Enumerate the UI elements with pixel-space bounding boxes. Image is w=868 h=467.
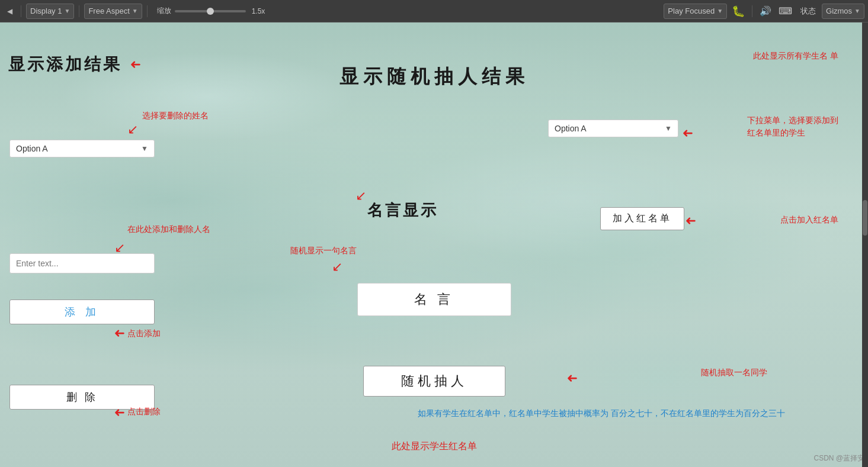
zoom-slider[interactable] bbox=[175, 10, 246, 12]
random-draw-button[interactable]: 随机抽人 bbox=[363, 366, 505, 397]
add-red-list-button[interactable]: 加入红名单 bbox=[600, 207, 684, 230]
toolbar-right: Play Focused ▼ 🐛 🔊 ⌨ 状态 Gizmos ▼ bbox=[664, 4, 864, 19]
zoom-slider-thumb[interactable] bbox=[207, 8, 214, 15]
red-list-dropdown-chevron: ▼ bbox=[665, 124, 672, 133]
show-red-list-label: 此处显示学生红名单 bbox=[392, 440, 477, 453]
display-dropdown[interactable]: Display 1 ▼ bbox=[26, 4, 74, 19]
red-list-dropdown-annotation: 下拉菜单，选择要添加到红名单里的学生 bbox=[747, 114, 838, 139]
toolbar-separator-4 bbox=[752, 5, 752, 17]
status-label: 状态 bbox=[800, 6, 816, 17]
delete-hint-label: 点击删除 bbox=[127, 406, 161, 418]
red-list-dropdown-value: Option A bbox=[555, 124, 587, 133]
scrollbar-thumb[interactable] bbox=[863, 200, 867, 236]
name-input[interactable] bbox=[9, 253, 155, 273]
delete-dropdown[interactable]: Option A ▼ bbox=[9, 140, 155, 157]
csdn-watermark: CSDN @蓝择安 bbox=[813, 453, 864, 463]
toolbar-separator-3 bbox=[147, 5, 148, 17]
play-focused-dropdown[interactable]: Play Focused ▼ bbox=[664, 4, 727, 19]
toolbar-left-label: ◀ bbox=[7, 7, 12, 15]
audio-icon[interactable]: 🔊 bbox=[757, 4, 774, 18]
play-focused-arrow: ▼ bbox=[717, 8, 723, 14]
toolbar: ◀ Display 1 ▼ Free Aspect ▼ 缩放 1.5x Play… bbox=[0, 0, 868, 22]
arrow-quote: ↙ bbox=[355, 188, 366, 204]
arrow-del-btn: ➜ bbox=[114, 405, 125, 420]
random-hint: 随机抽取一名同学 bbox=[701, 367, 767, 379]
zoom-control: 缩放 1.5x bbox=[157, 6, 265, 16]
main-area: 显示随机抽人结果 显示添加结果 ➜ 此处显示所有学生名 单 选择要删除的姓名 ↙… bbox=[0, 22, 868, 467]
text-input-container bbox=[9, 253, 155, 273]
play-focused-label: Play Focused bbox=[668, 7, 715, 15]
status-item[interactable]: 状态 bbox=[797, 4, 819, 19]
arrow-add-red-btn: ➜ bbox=[686, 213, 696, 228]
add-red-list-hint: 点击加入红名单 bbox=[780, 214, 838, 226]
main-title: 显示随机抽人结果 bbox=[339, 64, 529, 90]
random-btn-container: 随机抽人 bbox=[363, 366, 505, 397]
content-overlay: 显示随机抽人结果 显示添加结果 ➜ 此处显示所有学生名 单 选择要删除的姓名 ↙… bbox=[0, 22, 868, 467]
add-result-title: 显示添加结果 bbox=[8, 55, 122, 73]
add-btn-container: 添 加 bbox=[9, 299, 155, 324]
toolbar-left-item[interactable]: ◀ bbox=[4, 4, 16, 19]
bug-icon[interactable]: 🐛 bbox=[729, 4, 747, 19]
add-button[interactable]: 添 加 bbox=[9, 299, 155, 324]
arrow-add-btn: ➜ bbox=[114, 326, 125, 341]
delete-dropdown-value: Option A bbox=[16, 144, 48, 153]
display-dropdown-arrow: ▼ bbox=[64, 8, 70, 14]
delete-dropdown-label: 选择要删除的姓名 bbox=[142, 110, 209, 122]
toolbar-separator-1 bbox=[21, 5, 21, 17]
add-delete-annotation: 在此处添加和删除人名 bbox=[127, 224, 210, 236]
gizmos-dropdown[interactable]: Gizmos ▼ bbox=[822, 4, 864, 19]
aspect-dropdown[interactable]: Free Aspect ▼ bbox=[84, 4, 142, 19]
zoom-value: 1.5x bbox=[252, 7, 265, 15]
gizmos-label: Gizmos bbox=[826, 7, 852, 15]
arrow-delete-dropdown: ↙ bbox=[127, 122, 138, 137]
delete-dropdown-chevron: ▼ bbox=[141, 144, 148, 153]
red-list-dropdown-container: Option A ▼ bbox=[548, 120, 678, 137]
delete-dropdown-container: Option A ▼ bbox=[9, 140, 155, 157]
add-hint-label: 点击添加 bbox=[127, 328, 161, 340]
display-label: Display 1 bbox=[30, 7, 62, 15]
arrow-quote-box: ↙ bbox=[332, 259, 342, 275]
keyboard-icon[interactable]: ⌨ bbox=[776, 4, 795, 18]
arrow-top-left: ➜ bbox=[130, 57, 141, 72]
arrow-random-btn: ➜ bbox=[567, 371, 578, 386]
aspect-label: Free Aspect bbox=[88, 7, 129, 15]
red-probability-text: 如果有学生在红名单中，红名单中学生被抽中概率为 百分之七十，不在红名单里的学生为… bbox=[418, 408, 785, 418]
red-list-dropdown[interactable]: Option A ▼ bbox=[548, 120, 678, 137]
top-left-result-label: 显示添加结果 bbox=[8, 53, 122, 76]
quote-hint: 随机显示一句名言 bbox=[290, 245, 357, 257]
student-list-annotation: 此处显示所有学生名 单 bbox=[753, 50, 838, 62]
scrollbar[interactable] bbox=[862, 22, 868, 467]
red-probability-annotation: 如果有学生在红名单中，红名单中学生被抽中概率为 百分之七十，不在红名单里的学生为… bbox=[418, 407, 785, 420]
quote-section-title: 名言显示 bbox=[367, 200, 438, 221]
aspect-dropdown-arrow: ▼ bbox=[132, 8, 138, 14]
zoom-label: 缩放 bbox=[157, 6, 171, 16]
arrow-red-dropdown: ➜ bbox=[683, 125, 693, 141]
toolbar-separator-2 bbox=[79, 5, 79, 17]
quote-display: 名 言 bbox=[357, 283, 511, 316]
add-red-list-btn-container: 加入红名单 bbox=[600, 207, 684, 230]
quote-display-container: 名 言 bbox=[357, 283, 511, 316]
gizmos-arrow: ▼ bbox=[854, 8, 860, 14]
